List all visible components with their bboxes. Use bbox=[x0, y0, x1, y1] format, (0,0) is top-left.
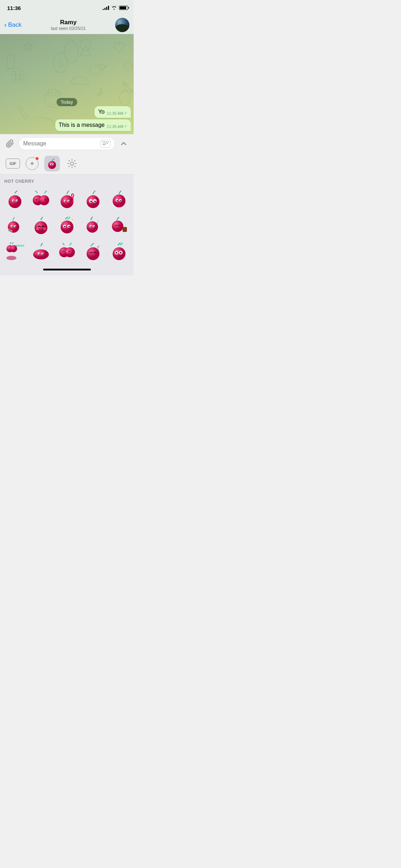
svg-text:NOOOO: NOOOO bbox=[15, 244, 24, 247]
svg-point-93 bbox=[42, 253, 43, 254]
svg-point-25 bbox=[48, 161, 56, 169]
message-text-2: This is a message bbox=[59, 122, 105, 129]
back-button[interactable]: ‹ Back bbox=[4, 21, 21, 29]
message-meta-1: 11:35 AM ✓ bbox=[107, 111, 127, 115]
svg-rect-18 bbox=[18, 106, 28, 120]
svg-point-45 bbox=[68, 201, 69, 202]
sticker-chocolate[interactable] bbox=[107, 213, 131, 237]
svg-point-28 bbox=[51, 164, 52, 165]
svg-point-16 bbox=[57, 59, 64, 69]
notification-badge bbox=[35, 157, 39, 160]
gif-button[interactable]: GIF bbox=[6, 159, 20, 169]
section-title: HOT CHERRY bbox=[3, 179, 131, 184]
svg-point-8 bbox=[55, 92, 59, 96]
svg-point-96 bbox=[65, 247, 75, 257]
svg-point-71 bbox=[68, 226, 70, 227]
svg-line-19 bbox=[125, 84, 132, 91]
status-time: 11:36 bbox=[7, 5, 21, 11]
expand-button[interactable] bbox=[118, 138, 129, 149]
sticker-sad[interactable] bbox=[3, 187, 27, 211]
message-bubble-1: Yo 11:35 AM ✓ bbox=[94, 106, 131, 118]
svg-point-106 bbox=[116, 252, 117, 253]
signal-icon bbox=[103, 6, 109, 10]
gear-icon bbox=[67, 159, 77, 169]
status-bar: 11:36 bbox=[0, 0, 134, 16]
svg-point-7 bbox=[48, 92, 52, 96]
attach-button[interactable] bbox=[4, 138, 16, 149]
sticker-section: HOT CHERRY bbox=[0, 175, 134, 263]
svg-point-5 bbox=[20, 78, 24, 83]
back-chevron-icon: ‹ bbox=[4, 21, 7, 29]
sticker-wave[interactable] bbox=[55, 187, 79, 211]
svg-point-70 bbox=[64, 226, 65, 227]
svg-point-101 bbox=[113, 247, 125, 260]
message-time-1: 11:35 AM bbox=[107, 111, 123, 115]
add-sticker-button[interactable]: + bbox=[26, 157, 38, 170]
sticker-dance[interactable] bbox=[3, 213, 27, 237]
svg-point-63 bbox=[15, 226, 16, 227]
plus-icon: + bbox=[30, 160, 34, 168]
sticker-music[interactable]: ♪ ♩ bbox=[81, 213, 105, 237]
message-check-2: ✓ bbox=[124, 124, 127, 129]
home-bar[interactable] bbox=[43, 269, 91, 270]
sticker-wide-eyes[interactable] bbox=[81, 187, 105, 211]
sticker-sparkle[interactable] bbox=[55, 213, 79, 237]
svg-point-41 bbox=[61, 195, 73, 208]
svg-point-30 bbox=[71, 162, 74, 165]
cherry-icon bbox=[46, 158, 58, 169]
svg-point-108 bbox=[118, 255, 120, 257]
svg-point-50 bbox=[94, 200, 96, 202]
svg-point-31 bbox=[9, 195, 21, 208]
svg-point-58 bbox=[119, 205, 120, 207]
keyboard-button[interactable] bbox=[101, 140, 110, 148]
contact-name: Ramy bbox=[51, 19, 86, 26]
sticker-drip[interactable] bbox=[107, 187, 131, 211]
settings-button[interactable] bbox=[66, 157, 78, 170]
svg-point-49 bbox=[90, 200, 92, 202]
svg-point-44 bbox=[65, 201, 66, 202]
svg-point-37 bbox=[39, 195, 49, 205]
sticker-grid-row1 bbox=[3, 187, 131, 211]
chat-background: Today Yo 11:35 AM ✓ This is a message 11… bbox=[0, 34, 134, 134]
svg-point-2 bbox=[11, 71, 16, 76]
sticker-blush[interactable] bbox=[29, 213, 53, 237]
sticker-kiss2[interactable] bbox=[55, 239, 79, 263]
last-seen: last seen 03/25/21 bbox=[51, 26, 86, 31]
avatar[interactable] bbox=[115, 18, 129, 32]
message-input-wrapper[interactable] bbox=[19, 137, 115, 150]
sticker-flat[interactable] bbox=[29, 239, 53, 263]
sticker-shock[interactable] bbox=[107, 239, 131, 263]
svg-point-56 bbox=[117, 200, 118, 201]
home-indicator bbox=[0, 263, 134, 275]
sticker-kiss[interactable] bbox=[29, 187, 53, 211]
svg-point-34 bbox=[13, 200, 14, 201]
svg-point-105 bbox=[120, 252, 122, 253]
message-input[interactable] bbox=[23, 140, 101, 147]
message-time-2: 11:35 AM bbox=[107, 124, 123, 129]
svg-point-67 bbox=[61, 221, 73, 233]
svg-point-38 bbox=[36, 200, 37, 201]
svg-point-75 bbox=[90, 226, 91, 227]
svg-point-52 bbox=[95, 201, 96, 201]
svg-point-62 bbox=[11, 226, 12, 227]
svg-text:♩: ♩ bbox=[97, 219, 99, 222]
svg-point-87 bbox=[6, 256, 16, 260]
svg-point-92 bbox=[38, 253, 40, 254]
sticker-nooo[interactable]: NOOOO bbox=[3, 239, 27, 263]
svg-point-104 bbox=[115, 252, 117, 253]
svg-point-29 bbox=[53, 164, 54, 165]
sticker-sleepy[interactable]: Z z bbox=[81, 239, 105, 263]
svg-point-40 bbox=[40, 198, 42, 200]
cherry-sticker-tab[interactable] bbox=[44, 156, 60, 171]
svg-point-97 bbox=[66, 250, 68, 252]
date-badge: Today bbox=[56, 98, 77, 106]
input-area bbox=[0, 134, 134, 153]
message-bubble-2: This is a message 11:35 AM ✓ bbox=[55, 119, 131, 131]
sticker-toolbar: GIF + bbox=[0, 153, 134, 175]
battery-icon bbox=[119, 6, 128, 10]
svg-point-11 bbox=[99, 64, 104, 70]
svg-rect-80 bbox=[123, 227, 127, 232]
nav-center: Ramy last seen 03/25/21 bbox=[51, 19, 86, 31]
sticker-grid-row3: NOOOO bbox=[3, 239, 131, 263]
back-label: Back bbox=[8, 21, 22, 29]
